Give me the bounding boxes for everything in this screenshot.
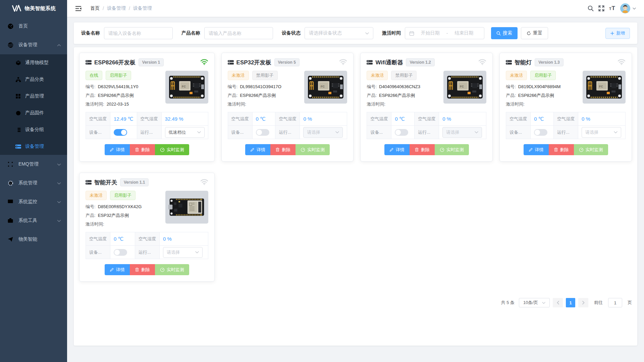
realtime-monitor-button[interactable]: 实时监测 bbox=[155, 144, 189, 155]
user-avatar[interactable] bbox=[620, 3, 630, 13]
activation-label: 激活时间: bbox=[86, 102, 104, 107]
sidebar-collapse-icon[interactable] bbox=[75, 6, 82, 11]
detail-button[interactable]: 详情 bbox=[245, 144, 270, 155]
sidebar-item-device-group[interactable]: 设备分组 bbox=[0, 121, 67, 138]
run-mode-label: 运行... bbox=[135, 246, 159, 259]
user-menu[interactable] bbox=[620, 3, 636, 13]
delete-button[interactable]: 删除 bbox=[410, 144, 435, 155]
run-mode-select[interactable]: 请选择 bbox=[582, 127, 621, 138]
humidity-value: 0 % bbox=[578, 112, 626, 126]
date-end-placeholder[interactable]: 结束日期 bbox=[448, 30, 480, 36]
font-size-icon[interactable]: TT bbox=[609, 5, 615, 12]
date-range-picker[interactable]: 开始日期 - 结束日期 bbox=[405, 27, 484, 39]
device-switch-toggle[interactable] bbox=[256, 129, 269, 136]
detail-button[interactable]: 详情 bbox=[384, 144, 410, 155]
add-device-button[interactable]: 新增 bbox=[605, 28, 630, 39]
page-size-select[interactable]: 10条/页 bbox=[519, 298, 550, 307]
run-mode-select[interactable]: 请选择 bbox=[303, 127, 343, 138]
device-status-select[interactable]: 请选择设备状态 bbox=[305, 27, 373, 39]
goto-page-input[interactable] bbox=[608, 298, 622, 307]
sidebar-item-product-management[interactable]: 产品管理 bbox=[0, 88, 67, 105]
caret-down-icon bbox=[633, 7, 636, 10]
edit-icon bbox=[110, 267, 114, 272]
delete-button[interactable]: 删除 bbox=[549, 144, 574, 155]
device-icon bbox=[86, 180, 92, 185]
svg-text:FC: FC bbox=[460, 85, 464, 88]
run-mode-select[interactable]: 请选择 bbox=[163, 247, 203, 258]
activation-line: 激活时间: bbox=[86, 221, 162, 227]
delete-button[interactable]: 删除 bbox=[130, 264, 155, 275]
status-badge: 在线 bbox=[86, 71, 102, 80]
status-tags: 未激活 启用影子 bbox=[506, 71, 579, 80]
reset-button[interactable]: 重置 bbox=[521, 27, 548, 39]
shadow-badge: 启用影子 bbox=[530, 71, 556, 80]
sidebar-item-product-firmware[interactable]: 产品固件 bbox=[0, 105, 67, 121]
gauge-icon bbox=[160, 267, 165, 272]
telemetry-table: 空气温度 0 ℃ 空气湿度 0 % 设备... 运行... 请选择 bbox=[506, 112, 626, 139]
serial-label: 编号: bbox=[86, 204, 96, 209]
date-start-placeholder[interactable]: 开始日期 bbox=[414, 30, 446, 36]
sidebar-item-system-management[interactable]: 系统管理 bbox=[0, 174, 67, 192]
search-icon[interactable] bbox=[588, 5, 594, 11]
sidebar-item-product-category[interactable]: 产品分类 bbox=[0, 71, 67, 88]
card-actions: 详情 删除 实时监测 bbox=[228, 144, 347, 155]
detail-button[interactable]: 详情 bbox=[105, 144, 130, 155]
serial-label: 编号: bbox=[86, 84, 96, 89]
search-button[interactable]: 搜索 bbox=[491, 27, 518, 39]
delete-button[interactable]: 删除 bbox=[270, 144, 296, 155]
page-number-current[interactable]: 1 bbox=[566, 298, 575, 307]
svg-text:FC: FC bbox=[599, 85, 603, 88]
activation-label: 激活时间: bbox=[86, 222, 104, 227]
sidebar-item-system-tools[interactable]: 系统工具 bbox=[0, 211, 67, 230]
device-switch-toggle[interactable] bbox=[395, 129, 408, 136]
realtime-monitor-button[interactable]: 实时监测 bbox=[296, 144, 330, 155]
device-list-panel: ESP8266开发板 Version 1 在线 启用影子 编号:D6329VL5… bbox=[74, 47, 637, 346]
sidebar-item-emq[interactable]: EMQ管理 bbox=[0, 155, 67, 174]
realtime-monitor-button[interactable]: 实时监测 bbox=[574, 144, 608, 155]
gauge-icon bbox=[301, 147, 305, 152]
realtime-monitor-button[interactable]: 实时监测 bbox=[435, 144, 469, 155]
temp-label: 空气温度 bbox=[86, 112, 110, 126]
status-tags: 未激活 启用影子 bbox=[86, 191, 162, 200]
chevron-down-icon bbox=[475, 131, 478, 133]
device-switch-toggle[interactable] bbox=[114, 249, 127, 256]
breadcrumb-home[interactable]: 首页 bbox=[90, 5, 100, 11]
device-switch-toggle[interactable] bbox=[534, 129, 547, 136]
add-button-label: 新增 bbox=[616, 30, 625, 36]
search-icon bbox=[496, 31, 501, 36]
sidebar-item-system-monitor[interactable]: 系统监控 bbox=[0, 192, 67, 211]
run-mode-select[interactable]: 请选择 bbox=[442, 127, 482, 138]
wifi-status-icon bbox=[339, 59, 347, 66]
detail-button[interactable]: 详情 bbox=[524, 144, 549, 155]
realtime-monitor-button[interactable]: 实时监测 bbox=[155, 264, 189, 275]
sidebar-item-device-list-active[interactable]: 设备管理 bbox=[0, 138, 67, 155]
product-name-input[interactable] bbox=[209, 31, 269, 36]
device-card-header: 智能开关 Version 1.1 bbox=[86, 178, 208, 186]
device-name-input[interactable] bbox=[108, 31, 168, 36]
monitor-icon bbox=[7, 198, 14, 205]
product-label: 产品: bbox=[86, 213, 96, 218]
telemetry-table: 空气温度 12.49 ℃ 空气湿度 32.49 % 设备... 运行... 低速… bbox=[86, 112, 208, 139]
next-page-button[interactable] bbox=[578, 298, 588, 307]
sidebar-item-brand[interactable]: 物美智能 bbox=[0, 230, 67, 249]
run-mode-select[interactable]: 低速档位 bbox=[165, 127, 205, 138]
device-info: 未激活 禁用影子 编号:DL9981541O39417O 产品:ESP8266产… bbox=[228, 71, 301, 107]
prev-page-button[interactable] bbox=[553, 298, 563, 307]
device-card-header: ESP8266开发板 Version 1 bbox=[86, 58, 208, 66]
sidebar-item-home[interactable]: 首页 bbox=[0, 17, 67, 36]
sidebar-item-thing-model[interactable]: 通用物模型 bbox=[0, 54, 67, 71]
product-line: 产品:ESP8266产品示例 bbox=[367, 93, 440, 99]
delete-button[interactable]: 删除 bbox=[130, 144, 155, 155]
fullscreen-icon[interactable] bbox=[598, 5, 604, 11]
device-title: ESP8266开发板 bbox=[94, 59, 136, 66]
activation-label: 激活时间: bbox=[228, 102, 247, 107]
device-switch-label: 设备... bbox=[86, 246, 110, 259]
status-tags: 未激活 禁用影子 bbox=[367, 71, 440, 80]
run-mode-label: 运行... bbox=[275, 126, 300, 139]
wifi-status-icon bbox=[200, 179, 208, 186]
detail-button[interactable]: 详情 bbox=[105, 264, 130, 275]
device-switch-toggle[interactable] bbox=[114, 129, 127, 136]
device-info: 在线 启用影子 编号:D6329VL54419L1Y0 产品:ESP8266产品… bbox=[86, 71, 162, 107]
detail-button-label: 详情 bbox=[396, 147, 405, 153]
sidebar-item-device-management[interactable]: 设备管理 bbox=[0, 36, 67, 54]
